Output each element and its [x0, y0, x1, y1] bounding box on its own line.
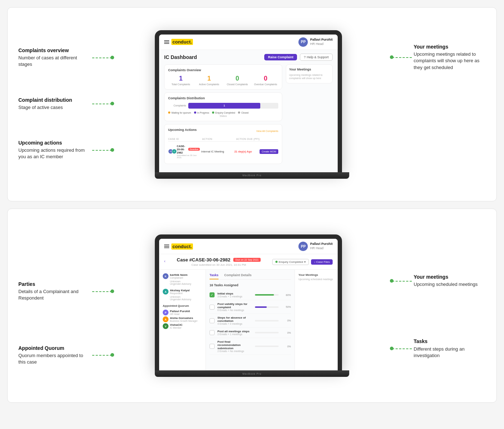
case-avatars: K A — [168, 149, 175, 154]
legend-enquiry: Enquiry Completed — [212, 111, 235, 114]
help-label: Help & Support — [307, 55, 329, 59]
task-info-4: Post final recommendation submission 2 E… — [217, 340, 252, 352]
quorum-role-2: IC Member — [170, 327, 183, 329]
respondent-section: A Akshay Katyal Respondent Unknown Ungen… — [163, 289, 202, 301]
task-progress-0: 80% — [255, 294, 291, 296]
task-check-4[interactable] — [210, 344, 215, 349]
help-support-button[interactable]: ? Help & Support — [300, 54, 333, 61]
page-title-row: IC Dashboard Raise Complaint ? Help & Su… — [164, 54, 333, 61]
task-meta-4: 2 Emails + No meetings — [217, 350, 252, 352]
quorum-member-1: A Aisha Gonsalves Business Growth Manage… — [163, 316, 202, 322]
legend-label-inprogress: In Progress — [197, 111, 209, 114]
annotation-desc: Stage of active cases — [18, 104, 90, 111]
annotation-desc: Upcoming actions required from you as an… — [18, 147, 90, 160]
upcoming-label: Upcoming Actions — [168, 128, 197, 132]
tab-tasks[interactable]: Tasks — [210, 273, 219, 279]
complaints-overview-card: Complaints Overview 1 Total Complaints — [164, 64, 282, 90]
task-name-3: Post all meetings steps — [217, 330, 252, 333]
case-action-buttons: Enquiry Completed ▾ ↓ Case Files — [272, 259, 333, 265]
task-check-0[interactable] — [210, 292, 215, 297]
progress-bar-2 — [255, 320, 279, 321]
annotation-title: Complaints overview — [18, 47, 90, 54]
legend-label-waiting: Waiting for quorum — [171, 111, 191, 114]
chevron-down-icon: ▾ — [304, 260, 306, 264]
quorum-name-0: Pallavi Purohit — [170, 310, 190, 313]
task-check-2[interactable] — [210, 318, 215, 323]
hamburger-icon-2[interactable] — [164, 245, 169, 248]
quorum-label: Appointed Quorum — [163, 304, 202, 307]
case-submitted: Submitted on 30 Jun 2021 — [177, 154, 200, 159]
stat-active: 1 Active Complaints — [197, 75, 222, 86]
progress-pct-0: 80% — [281, 294, 291, 296]
side-meetings-empty: Upcoming scheduled meetings — [298, 278, 334, 280]
tab-complaint-details[interactable]: Complaint Details — [224, 273, 252, 279]
view-all-link[interactable]: View All Complaints — [256, 130, 278, 132]
task-check-1[interactable] — [210, 305, 215, 310]
user-name-block-2: Pallavi Purohit HR Head — [310, 242, 333, 250]
distribution-row: Complaints 1 — [168, 103, 278, 109]
due-badge: Due on 22 Sep 2021 — [233, 258, 261, 262]
stat-number-active: 1 — [197, 75, 222, 82]
user-name-block: Pallavi Purohit HR Head — [310, 38, 333, 46]
complainant-avatar: K — [163, 273, 168, 279]
progress-pct-2: 0% — [281, 319, 291, 322]
legend-dot-inprogress — [194, 111, 196, 114]
app-header-right: PP Pallavi Purohit HR Head — [298, 37, 333, 47]
laptop-screen-2: conduct. PP Pallavi Purohit HR Head — [159, 239, 338, 370]
section-dashboard: Complaints overview Number of cases at d… — [7, 7, 497, 201]
stat-label-total: Total Complaints — [168, 83, 194, 86]
help-icon: ? — [304, 55, 306, 59]
create-mom-button[interactable]: Create MOM — [260, 149, 278, 154]
progress-bar-3 — [255, 332, 279, 333]
status-dropdown[interactable]: Enquiry Completed ▾ — [272, 259, 309, 265]
stat-label-overdue: Overdue Complaints — [253, 83, 279, 86]
page-title-1: IC Dashboard — [164, 54, 197, 60]
complainant-advisory: Ungender Advisory — [170, 283, 202, 285]
task-check-3[interactable] — [210, 330, 215, 335]
stat-label-active: Active Complaints — [197, 83, 222, 86]
progress-fill-0 — [255, 294, 274, 296]
case-title-section: ‹ Case #CASE-30-06-2982 Due on 22 Sep 20… — [159, 254, 338, 270]
quorum-role-0: HR Head — [170, 313, 190, 315]
dist-label: Complaints — [168, 104, 186, 107]
status-label: Enquiry Completed — [279, 260, 303, 264]
progress-pct-1: 50% — [281, 306, 291, 308]
annotation-tasks: Tasks Different steps during an investig… — [414, 338, 486, 359]
stat-overdue: 0 Overdue Complaints — [253, 75, 279, 86]
user-info-1: PP Pallavi Purohit HR Head — [298, 37, 333, 47]
col-btn — [262, 138, 278, 140]
col-action: ACTION — [202, 138, 234, 140]
task-item-1: Post validity steps for complaint 6 Emai… — [210, 300, 291, 314]
col-case-id: CASE ID — [168, 138, 201, 140]
case-main: Tasks Complaint Details 16 Tasks Assigne… — [206, 270, 294, 370]
case-id-cell: K A CASE-20-06-2982 Overdue — [168, 145, 200, 159]
progress-bar-4 — [255, 346, 279, 347]
laptop-screen-1: conduct. PP Pallavi Purohit HR Head — [159, 35, 338, 172]
legend-waiting: Waiting for quorum — [168, 111, 191, 114]
quorum-name-2: VishaCIC — [170, 323, 183, 327]
status-dot — [275, 261, 278, 263]
quorum-member-2: V VishaCIC IC Member — [163, 323, 202, 329]
col-action-due: ACTION DUE (PFI) — [236, 138, 261, 140]
task-item-3: Post all meetings steps 2 Emails + 1 mee… — [210, 328, 291, 338]
complainant-sub: Unknown — [170, 280, 202, 283]
task-meta-2: 4 Emails + 0 meetings — [217, 323, 252, 325]
hamburger-icon[interactable] — [164, 40, 169, 44]
annotation-meetings-2: Your meetings Upcoming scheduled meeting… — [414, 274, 486, 288]
annotation-title: Upcoming actions — [18, 140, 90, 146]
task-item-2: Steps for absence of conciliation 4 Emai… — [210, 314, 291, 328]
user-role-2: HR Head — [310, 246, 333, 251]
respondent-avatar: A — [163, 289, 168, 295]
case-body: K karthik faizm Complainant Unknown Unge… — [159, 270, 338, 370]
progress-pct-3: 0% — [281, 332, 291, 334]
meetings-title-1: Your Meetings — [289, 68, 329, 71]
dotted-line-1 — [92, 58, 112, 58]
annotation-title: Parties — [18, 281, 90, 287]
respondent-sub: Unknown — [170, 296, 202, 298]
annotations-right-2: Your meetings Upcoming scheduled meeting… — [414, 209, 486, 402]
raise-complaint-button[interactable]: Raise Complaint — [264, 54, 297, 60]
app-content-1: IC Dashboard Raise Complaint ? Help & Su… — [159, 50, 338, 172]
case-files-button[interactable]: ↓ Case Files — [311, 259, 333, 265]
logo-highlight-2: conduct. — [171, 243, 193, 250]
quorum-role-1: Business Growth Manager — [170, 320, 198, 322]
